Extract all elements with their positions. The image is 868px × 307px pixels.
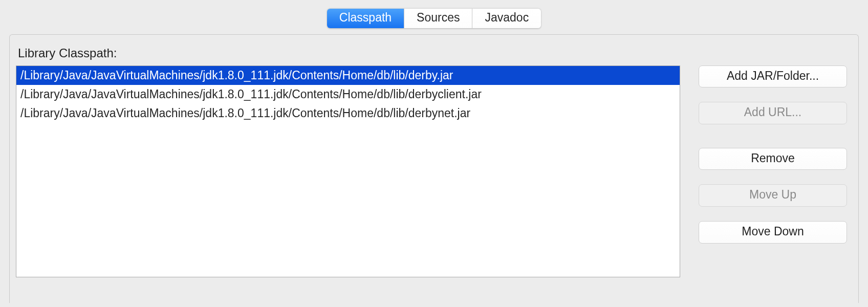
list-item[interactable]: /Library/Java/JavaVirtualMachines/jdk1.8… xyxy=(16,85,680,104)
classpath-listbox[interactable]: /Library/Java/JavaVirtualMachines/jdk1.8… xyxy=(16,65,680,277)
tab-sources[interactable]: Sources xyxy=(404,9,472,28)
segmented-control: Classpath Sources Javadoc xyxy=(327,9,541,28)
move-up-button[interactable]: Move Up xyxy=(699,184,847,207)
add-jar-folder-button[interactable]: Add JAR/Folder... xyxy=(699,65,847,88)
classpath-panel: Library Classpath: /Library/Java/JavaVir… xyxy=(9,34,859,303)
tab-javadoc[interactable]: Javadoc xyxy=(472,9,541,28)
move-down-button[interactable]: Move Down xyxy=(699,221,847,244)
button-column: Add JAR/Folder... Add URL... Remove Move… xyxy=(699,65,847,277)
list-item[interactable]: /Library/Java/JavaVirtualMachines/jdk1.8… xyxy=(16,66,680,85)
tab-bar: Classpath Sources Javadoc xyxy=(0,0,868,34)
add-url-button[interactable]: Add URL... xyxy=(699,102,847,124)
list-item[interactable]: /Library/Java/JavaVirtualMachines/jdk1.8… xyxy=(16,104,680,123)
content-row: /Library/Java/JavaVirtualMachines/jdk1.8… xyxy=(16,65,847,277)
panel-label: Library Classpath: xyxy=(18,46,847,60)
tab-classpath[interactable]: Classpath xyxy=(327,9,404,28)
remove-button[interactable]: Remove xyxy=(699,148,847,170)
